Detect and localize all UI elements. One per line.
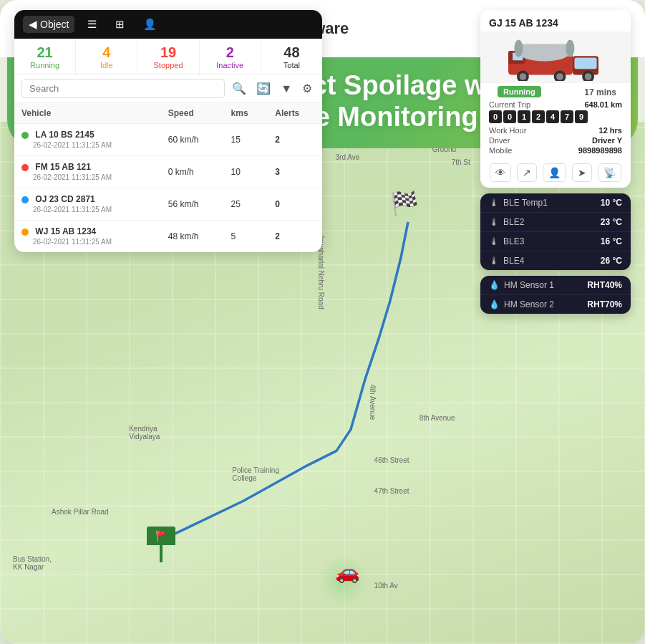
trip-odometer: 0012479 [489, 110, 622, 123]
filter-button[interactable]: ▼ [278, 80, 295, 98]
svg-point-8 [556, 73, 563, 80]
thermometer-icon: 🌡 [489, 197, 499, 208]
left-panel: ◀ Object ☰ ⊞ 👤 21 Running 4 Idle [14, 10, 322, 252]
refresh-button[interactable]: 🔄 [253, 79, 273, 98]
vehicle-alerts: 2 [268, 124, 322, 156]
tab-object[interactable]: ◀ Object [23, 16, 74, 33]
trip-digit: 1 [518, 110, 530, 123]
ble-value: 10 °C [601, 198, 622, 208]
vehicle-card-image [480, 32, 631, 83]
vehicle-kms: 5 [224, 221, 268, 253]
signal-button[interactable]: 📡 [598, 163, 621, 182]
search-bar: 🔍 🔄 ▼ ⚙ [14, 75, 322, 103]
vehicle-date: 26-02-2021 11:31:25 AM [21, 206, 112, 213]
share-button[interactable]: ↗ [517, 163, 537, 182]
ble-sensor-row: 🌡 BLE2 23 °C [480, 213, 631, 232]
vehicle-speed: 56 km/h [161, 188, 224, 221]
vehicle-kms: 15 [224, 124, 268, 156]
user-button[interactable]: 👤 [543, 163, 566, 182]
vehicle-kms: 10 [224, 156, 268, 188]
driver-row: Driver Driver Y [489, 136, 622, 145]
trip-digit: 0 [489, 110, 502, 123]
panel-tabs: ◀ Object ☰ ⊞ 👤 [14, 10, 322, 39]
svg-point-14 [566, 39, 574, 57]
right-panel: GJ 15 AB 1234 [480, 10, 631, 314]
trip-digit: 4 [546, 110, 559, 123]
vehicle-name: LA 10 BS 2145 [35, 130, 94, 140]
car-marker: 🚗 [335, 560, 360, 584]
vehicle-speed: 60 km/h [161, 124, 224, 156]
vehicle-status-dot [21, 196, 29, 203]
svg-rect-2 [574, 58, 596, 69]
vehicle-date: 26-02-2021 11:31:25 AM [21, 141, 112, 149]
svg-rect-12 [518, 44, 570, 52]
navigate-button[interactable]: ➤ [572, 163, 592, 182]
vehicle-card-title: GJ 15 AB 1234 [480, 10, 631, 32]
vehicle-status-dot [21, 164, 29, 171]
hm-label: 💧 HM Sensor 2 [489, 299, 554, 309]
ble-label: 🌡 BLE2 [489, 216, 524, 228]
search-input[interactable] [21, 79, 225, 98]
table-row[interactable]: OJ 23 CD 2871 26-02-2021 11:31:25 AM 56 … [14, 188, 322, 221]
vehicle-status-dot [21, 229, 29, 236]
running-badge: Running [498, 86, 541, 97]
thermometer-icon: 🌡 [489, 236, 499, 247]
status-total: 48 Total [261, 39, 322, 74]
svg-point-6 [520, 73, 527, 80]
running-mins: 17 mins [584, 87, 622, 97]
table-row[interactable]: FM 15 AB 121 26-02-2021 11:31:25 AM 0 km… [14, 156, 322, 188]
status-running: 21 Running [14, 39, 76, 74]
thermometer-icon: 🌡 [489, 216, 499, 228]
vehicle-status-dot [21, 132, 29, 139]
ble-sensor-row: 🌡 BLE4 26 °C [480, 251, 631, 270]
humidity-icon: 💧 [489, 280, 500, 290]
table-row[interactable]: WJ 15 AB 1234 26-02-2021 11:31:25 AM 48 … [14, 221, 322, 253]
vehicle-name: FM 15 AB 121 [35, 162, 91, 172]
trip-digit: 9 [575, 110, 588, 123]
ble-value: 26 °C [601, 256, 622, 266]
ble-label: 🌡 BLE4 [489, 255, 524, 266]
user-tab-icon: 👤 [143, 18, 157, 31]
hm-value: RHT40% [587, 280, 622, 290]
start-flag: 🚩 [147, 527, 175, 562]
status-inactive: 2 Inactive [200, 39, 261, 74]
end-flag: 🏁 [390, 190, 419, 217]
vehicle-speed: 48 km/h [161, 221, 224, 253]
vehicle-alerts: 2 [268, 221, 322, 253]
tab-grid[interactable]: ⊞ [110, 16, 130, 33]
vehicle-name: WJ 15 AB 1234 [35, 226, 96, 236]
search-button[interactable]: 🔍 [229, 79, 249, 98]
ble-label: 🌡 BLE3 [489, 236, 524, 247]
truck-image [491, 34, 620, 81]
status-idle: 4 Idle [76, 39, 137, 74]
hm-value: RHT70% [587, 299, 622, 309]
humidity-icon: 💧 [489, 299, 500, 309]
app-container: trQkzee Fleet Management Software ⚡ 🌡️•°… [0, 0, 645, 644]
vehicle-name: OJ 23 CD 2871 [35, 194, 94, 204]
view-button[interactable]: 👁 [490, 163, 511, 182]
work-hour-row: Work Hour 12 hrs [489, 126, 622, 135]
settings-button[interactable]: ⚙ [299, 79, 315, 98]
object-tab-icon: ◀ [29, 18, 37, 31]
trip-digit: 0 [503, 110, 516, 123]
mobile-row: Mobile 9898989898 [489, 146, 622, 155]
status-stopped: 19 Stopped [137, 39, 199, 74]
ble-value: 23 °C [601, 217, 622, 227]
table-header-row: Vehicle Speed kms Alerts [14, 103, 322, 124]
vehicle-date: 26-02-2021 11:31:25 AM [21, 238, 112, 246]
table-row[interactable]: LA 10 BS 2145 26-02-2021 11:31:25 AM 60 … [14, 124, 322, 156]
ble-sensor-row: 🌡 BLE Temp1 10 °C [480, 193, 631, 213]
ble-sensors-card: 🌡 BLE Temp1 10 °C 🌡 BLE2 23 °C 🌡 BLE3 16… [480, 193, 631, 270]
svg-point-10 [585, 73, 592, 80]
tab-user[interactable]: 👤 [137, 16, 163, 33]
grid-tab-icon: ⊞ [115, 18, 125, 31]
current-trip-row: Current Trip 648.01 km [489, 100, 622, 109]
vehicle-actions: 👁 ↗ 👤 ➤ 📡 [480, 159, 631, 183]
hm-sensor-row: 💧 HM Sensor 2 RHT70% [480, 295, 631, 314]
vehicle-alerts: 3 [268, 156, 322, 188]
vehicle-card: GJ 15 AB 1234 [480, 10, 631, 188]
trip-digit: 2 [532, 110, 545, 123]
ble-label: 🌡 BLE Temp1 [489, 197, 548, 208]
tab-list[interactable]: ☰ [82, 16, 102, 33]
vehicle-date: 26-02-2021 11:31:25 AM [21, 173, 112, 181]
